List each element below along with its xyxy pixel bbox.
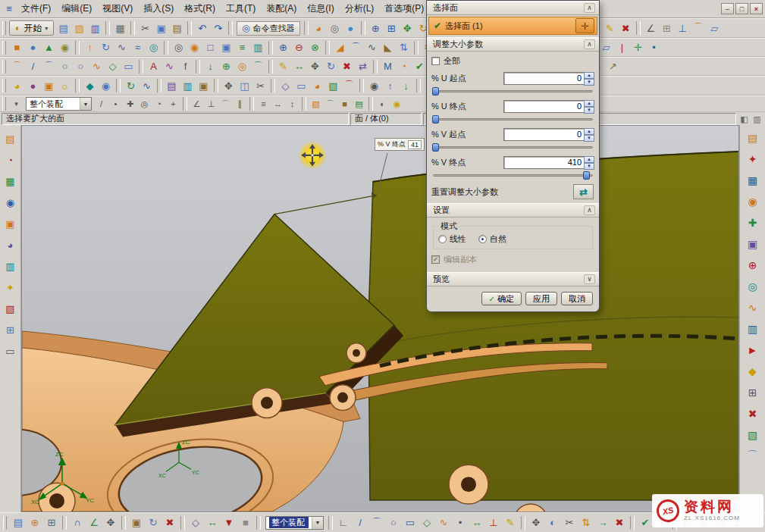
filter-icon[interactable]: ▾ [9,98,24,111]
arc-panel-icon[interactable]: ⌒ [744,448,762,465]
text-curve-icon[interactable]: A [146,59,161,74]
pin-icon[interactable]: ▼ [221,515,237,530]
component-rule-icon[interactable]: ▤ [352,98,366,111]
quick-trim-icon[interactable]: ✂ [561,515,578,530]
combine-icon[interactable]: ⊕ [218,59,234,74]
new-icon[interactable]: ▤ [55,20,71,36]
revolve-icon[interactable]: ↻ [98,40,114,55]
ring-panel-icon[interactable]: ◎ [744,278,762,295]
move-object-icon[interactable]: ✥ [307,59,323,74]
preselect-icon[interactable]: ◉ [390,98,404,111]
cone-icon[interactable]: ▲ [41,40,57,55]
spinner[interactable]: ▲▼ [584,72,594,85]
sketch-polygon-icon[interactable]: ◇ [419,515,435,530]
subtract-icon[interactable]: ⊖ [291,40,307,55]
center-point-icon[interactable]: ◎ [137,98,152,111]
target-panel-icon[interactable]: ◉ [744,193,762,210]
extrude-icon[interactable]: ↑ [82,40,98,55]
sphere-icon[interactable]: ◉ [57,40,73,55]
chamfer-icon[interactable]: ◢ [332,40,348,55]
snap-angle-icon[interactable]: ∠ [643,20,659,36]
chevron-down-icon[interactable]: ▼ [312,517,323,529]
bridge-icon[interactable]: ⌒ [250,59,266,74]
quadrant-icon[interactable]: ◔ [152,98,166,111]
sketch-edit-icon[interactable]: ✎ [502,515,519,530]
collapse-icon[interactable]: ∧ [584,3,595,13]
tube-icon[interactable]: ◎ [146,40,161,55]
snapshot-icon[interactable]: ◉ [366,78,382,93]
status-panel-icon[interactable]: ▥ [751,113,763,125]
play-panel-icon[interactable]: ► [744,342,762,358]
ruler-icon[interactable]: ↔ [204,515,221,530]
select-face-button[interactable]: ✛ [575,18,594,33]
spinner[interactable]: ▲▼ [584,128,594,141]
web-browser-icon[interactable]: ◉ [2,195,19,211]
perspective-icon[interactable]: ◇ [277,78,293,93]
bottom-scope-combo[interactable]: 整个装配 ▼ [265,516,324,530]
selected-face-item[interactable]: ✔ 选择面 (1) ✛ [428,17,597,35]
edit-curve-icon[interactable]: ✎ [275,59,291,74]
graphics-viewport[interactable]: ZC XC YC ZC XC YC [21,125,739,512]
highlight-icon[interactable]: ◐ [375,98,390,111]
apply-button[interactable]: 应用 [525,292,557,305]
command-finder[interactable]: ◎命令查找器 [237,21,299,36]
vertical-icon[interactable]: ↕ [285,98,299,111]
chevron-down-icon[interactable]: ▼ [80,98,91,110]
section-settings[interactable]: 设置 ∧ [427,203,599,217]
quick-delete-icon[interactable]: ✖ [611,515,628,530]
add-panel-icon[interactable]: ✚ [744,214,762,231]
sketch-spline-icon[interactable]: ∿ [435,515,452,530]
close-button[interactable]: × [750,3,763,14]
hole-icon[interactable]: ◎ [171,40,187,55]
menu-视图(V)[interactable]: 视图(V) [97,0,138,17]
menu-插入(S)[interactable]: 插入(S) [138,0,179,17]
fit-view-icon[interactable]: ⊞ [384,20,400,36]
erase-icon[interactable]: ✖ [339,59,355,74]
lights-icon[interactable]: ☼ [57,78,73,93]
navigator-icon[interactable]: ✥ [221,78,237,93]
thread-icon[interactable]: ∿ [364,40,380,55]
spinner[interactable]: ▲▼ [584,156,594,169]
system-menu-icon[interactable]: ≡ [2,2,16,16]
cancel-button[interactable]: 取消 [561,292,593,305]
lock-icon[interactable]: ■ [237,515,254,530]
menu-格式(R)[interactable]: 格式(R) [179,0,221,17]
edge-blend-icon[interactable]: ⌒ [348,40,364,55]
orient-sphere-icon[interactable]: ● [343,20,359,36]
shaded-view-icon[interactable]: ◕ [311,20,327,36]
palette-icon[interactable]: ▤ [2,131,19,147]
mid-point-icon[interactable]: • [108,98,123,111]
draft-icon[interactable]: ◣ [380,40,396,55]
block-icon[interactable]: ■ [9,40,25,55]
insert-panel-icon[interactable]: ⊕ [744,257,762,274]
drag-icon[interactable]: ✥ [528,515,544,530]
gem-panel-icon[interactable]: ◆ [744,363,762,380]
rotate-object-icon[interactable]: ↻ [323,59,339,74]
shell-icon[interactable]: ▥ [250,40,266,55]
all-checkbox[interactable]: 全部 [431,55,594,67]
law-curve-icon[interactable]: f [177,59,193,74]
finish-icon[interactable]: ✔ [637,515,654,530]
import-icon[interactable]: ↓ [398,78,414,93]
sketch-circle-icon[interactable]: ○ [385,515,402,530]
drawer-icon[interactable]: ▭ [2,343,19,359]
assembly-a-icon[interactable]: ▤ [164,78,180,93]
ortho-icon[interactable]: ⊥ [675,20,691,36]
grid-toggle-icon[interactable]: ⊞ [43,515,60,530]
cylinder-icon[interactable]: ● [25,40,41,55]
param-slider[interactable] [433,114,593,124]
helix-icon[interactable]: ∿ [161,59,177,74]
point-icon[interactable]: • [646,40,662,55]
param-field[interactable]: ▲▼ [503,156,594,169]
perpendicular-icon[interactable]: ⊥ [204,98,218,111]
clip-icon[interactable]: ✂ [252,78,268,93]
favorite-icon[interactable]: ✦ [744,151,762,167]
slider-thumb[interactable] [583,171,590,180]
param-field[interactable]: ▲▼ [503,128,594,141]
param-input[interactable] [503,156,584,169]
datum-plane-icon[interactable]: ▱ [598,40,614,55]
pad-icon[interactable]: ▣ [218,40,234,55]
delete-icon[interactable]: ✖ [618,20,634,36]
constrain-icon[interactable]: ∩ [69,515,86,530]
part-family-icon[interactable]: ▣ [2,216,19,232]
